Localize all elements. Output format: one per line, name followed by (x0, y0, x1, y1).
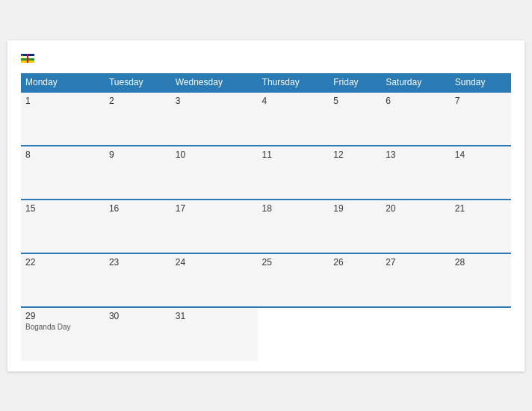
day-number: 6 (386, 96, 446, 106)
col-header-thursday: Thursday (258, 73, 330, 92)
day-cell: 12 (329, 146, 381, 200)
col-header-sunday: Sunday (451, 73, 511, 92)
day-number: 27 (386, 257, 446, 268)
day-cell (451, 307, 511, 361)
logo (21, 54, 36, 63)
day-cell (329, 307, 381, 361)
day-number: 29 (25, 311, 100, 321)
day-cell: 22 (21, 253, 105, 307)
day-cell: 23 (105, 253, 171, 307)
logo-blue-text (21, 54, 36, 63)
day-number: 16 (109, 203, 167, 214)
logo-flag-icon (21, 54, 34, 63)
day-cell: 9 (105, 146, 171, 200)
day-number: 22 (25, 257, 100, 268)
col-header-tuesday: Tuesday (105, 73, 171, 92)
day-number: 11 (262, 149, 325, 160)
day-cell: 21 (451, 200, 511, 253)
header-row: MondayTuesdayWednesdayThursdayFridaySatu… (21, 73, 511, 92)
day-cell: 13 (381, 146, 451, 200)
svg-rect-4 (27, 54, 28, 63)
day-cell: 11 (258, 146, 330, 200)
day-cell: 8 (21, 146, 105, 200)
day-number: 12 (333, 149, 377, 160)
day-number: 7 (455, 96, 507, 106)
day-cell: 24 (171, 253, 258, 307)
day-cell: 6 (381, 92, 451, 146)
day-cell (381, 307, 451, 361)
week-row: 22232425262728 (21, 253, 511, 307)
day-cell: 27 (381, 253, 451, 307)
day-number: 4 (262, 96, 325, 106)
col-header-friday: Friday (329, 73, 381, 92)
day-number: 5 (333, 96, 377, 106)
day-cell: 4 (258, 92, 330, 146)
week-row: 891011121314 (21, 146, 511, 200)
day-cell: 30 (105, 307, 171, 361)
day-cell: 10 (171, 146, 258, 200)
day-number: 9 (109, 149, 167, 160)
col-header-wednesday: Wednesday (171, 73, 258, 92)
day-number: 3 (176, 96, 253, 106)
calendar-header (21, 54, 511, 63)
day-number: 19 (333, 203, 377, 214)
day-number: 30 (109, 311, 167, 321)
day-number: 26 (333, 257, 377, 268)
day-number: 2 (109, 96, 167, 106)
day-cell: 14 (451, 146, 511, 200)
day-cell: 15 (21, 200, 105, 253)
day-cell: 20 (381, 200, 451, 253)
day-cell: 2 (105, 92, 171, 146)
week-row: 1234567 (21, 92, 511, 146)
day-cell (258, 307, 330, 361)
calendar-table: MondayTuesdayWednesdayThursdayFridaySatu… (21, 73, 511, 361)
day-number: 15 (25, 203, 100, 214)
day-number: 1 (25, 96, 100, 106)
day-cell: 18 (258, 200, 330, 253)
day-number: 10 (176, 149, 253, 160)
calendar-container: MondayTuesdayWednesdayThursdayFridaySatu… (7, 40, 525, 371)
day-cell: 28 (451, 253, 511, 307)
day-number: 24 (176, 257, 253, 268)
day-cell: 31 (171, 307, 258, 361)
holiday-label: Boganda Day (25, 323, 100, 331)
day-number: 17 (176, 203, 253, 214)
week-row: 15161718192021 (21, 200, 511, 253)
col-header-saturday: Saturday (381, 73, 451, 92)
day-number: 25 (262, 257, 325, 268)
day-cell: 25 (258, 253, 330, 307)
day-cell: 29Boganda Day (21, 307, 105, 361)
day-cell: 3 (171, 92, 258, 146)
day-number: 28 (455, 257, 507, 268)
day-number: 14 (455, 149, 507, 160)
day-cell: 5 (329, 92, 381, 146)
day-number: 8 (25, 149, 100, 160)
day-cell: 7 (451, 92, 511, 146)
day-number: 13 (386, 149, 446, 160)
day-cell: 19 (329, 200, 381, 253)
day-cell: 26 (329, 253, 381, 307)
day-number: 18 (262, 203, 325, 214)
day-cell: 1 (21, 92, 105, 146)
week-row: 29Boganda Day3031 (21, 307, 511, 361)
day-cell: 16 (105, 200, 171, 253)
day-cell: 17 (171, 200, 258, 253)
day-number: 21 (455, 203, 507, 214)
day-number: 31 (176, 311, 253, 321)
day-number: 20 (386, 203, 446, 214)
col-header-monday: Monday (21, 73, 105, 92)
day-number: 23 (109, 257, 167, 268)
